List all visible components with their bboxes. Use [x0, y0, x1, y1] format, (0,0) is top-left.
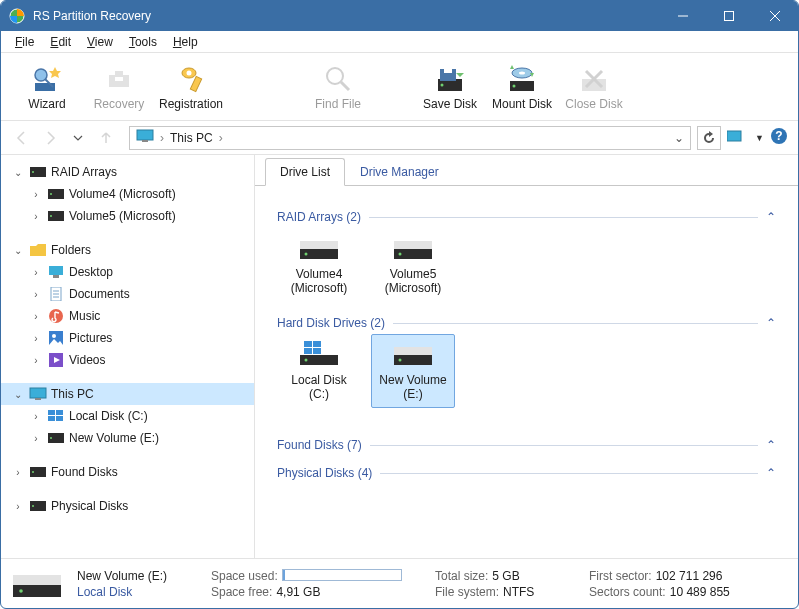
- folder-icon: [29, 244, 47, 256]
- tree-found-disks[interactable]: › Found Disks: [1, 461, 254, 483]
- help-button[interactable]: ?: [770, 127, 788, 148]
- menu-tools[interactable]: Tools: [121, 33, 165, 51]
- group-found-disks[interactable]: Found Disks (7) ⌃: [277, 438, 776, 452]
- tree-raid-vol5[interactable]: › Volume5 (Microsoft): [1, 205, 254, 227]
- tree-this-pc[interactable]: ⌄ This PC: [1, 383, 254, 405]
- mountdisk-label: Mount Disk: [492, 97, 552, 111]
- status-first-sector-label: First sector:: [589, 569, 652, 583]
- tree-label: Found Disks: [51, 465, 118, 479]
- recovery-icon: [103, 63, 135, 95]
- tab-drive-manager[interactable]: Drive Manager: [345, 158, 454, 186]
- maximize-button[interactable]: [706, 1, 752, 31]
- pc-icon: [29, 387, 47, 401]
- chevron-up-icon[interactable]: ⌃: [766, 316, 776, 330]
- item-volume5[interactable]: Volume5 (Microsoft): [371, 228, 455, 302]
- chevron-up-icon[interactable]: ⌃: [766, 210, 776, 224]
- menu-edit[interactable]: Edit: [42, 33, 79, 51]
- svg-rect-56: [48, 410, 55, 415]
- menu-help[interactable]: Help: [165, 33, 206, 51]
- savedisk-button[interactable]: Save Disk: [414, 57, 486, 117]
- tree-folders[interactable]: ⌄ Folders: [1, 239, 254, 261]
- tree-physical-disks[interactable]: › Physical Disks: [1, 495, 254, 517]
- tree-raid-arrays[interactable]: ⌄ RAID Arrays: [1, 161, 254, 183]
- close-button[interactable]: [752, 1, 798, 31]
- tree-videos[interactable]: › Videos: [1, 349, 254, 371]
- tree-documents[interactable]: › Documents: [1, 283, 254, 305]
- windows-drive-icon: [47, 410, 65, 422]
- registration-button[interactable]: Registration: [155, 57, 227, 117]
- svg-marker-22: [456, 73, 464, 77]
- tree-music[interactable]: › Music: [1, 305, 254, 327]
- expander-right-icon[interactable]: ›: [29, 211, 43, 222]
- view-mode-dropdown-icon[interactable]: ▼: [755, 133, 764, 143]
- address-dropdown-icon[interactable]: ⌄: [674, 131, 684, 145]
- group-physical-disks[interactable]: Physical Disks (4) ⌃: [277, 466, 776, 480]
- registration-label: Registration: [159, 97, 223, 111]
- menu-view[interactable]: View: [79, 33, 121, 51]
- svg-line-17: [341, 82, 349, 90]
- svg-rect-32: [137, 130, 153, 140]
- expander-right-icon[interactable]: ›: [29, 311, 43, 322]
- tree-label: Folders: [51, 243, 91, 257]
- mountdisk-button[interactable]: Mount Disk: [486, 57, 558, 117]
- expander-right-icon[interactable]: ›: [11, 467, 25, 478]
- tabs: Drive List Drive Manager: [255, 157, 798, 186]
- tree-label: This PC: [51, 387, 94, 401]
- tree-desktop[interactable]: › Desktop: [1, 261, 254, 283]
- svg-rect-12: [115, 77, 123, 81]
- expander-right-icon[interactable]: ›: [29, 355, 43, 366]
- nav-up-button: [95, 127, 117, 149]
- expander-right-icon[interactable]: ›: [11, 501, 25, 512]
- item-local-disk-c[interactable]: Local Disk (C:): [277, 334, 361, 408]
- sidebar-tree[interactable]: ⌄ RAID Arrays › Volume4 (Microsoft) › Vo…: [1, 155, 255, 558]
- windows-drive-icon: [298, 341, 340, 369]
- group-label: Found Disks (7): [277, 438, 362, 452]
- view-mode-button[interactable]: [727, 129, 749, 146]
- minimize-button[interactable]: [660, 1, 706, 31]
- svg-point-24: [513, 84, 516, 87]
- group-hard-disk-drives[interactable]: Hard Disk Drives (2) ⌃: [277, 316, 776, 330]
- pc-icon: [136, 129, 154, 146]
- group-label: Hard Disk Drives (2): [277, 316, 385, 330]
- item-volume4[interactable]: Volume4 (Microsoft): [277, 228, 361, 302]
- tab-drive-list[interactable]: Drive List: [265, 158, 345, 186]
- svg-rect-33: [142, 140, 148, 142]
- status-filesystem-value: NTFS: [503, 585, 534, 599]
- expander-right-icon[interactable]: ›: [29, 333, 43, 344]
- group-raid-arrays[interactable]: RAID Arrays (2) ⌃: [277, 210, 776, 224]
- address-bar[interactable]: › This PC › ⌄: [129, 126, 691, 150]
- menu-file[interactable]: File: [7, 33, 42, 51]
- expander-right-icon[interactable]: ›: [29, 433, 43, 444]
- drive-icon: [29, 467, 47, 477]
- expander-right-icon[interactable]: ›: [29, 289, 43, 300]
- tree-label: Volume4 (Microsoft): [69, 187, 176, 201]
- wizard-button[interactable]: Wizard: [11, 57, 83, 117]
- item-name: Local Disk (C:): [280, 373, 358, 401]
- tree-local-disk-c[interactable]: › Local Disk (C:): [1, 405, 254, 427]
- item-name: Volume4: [296, 267, 343, 281]
- expander-down-icon[interactable]: ⌄: [11, 245, 25, 256]
- tree-pictures[interactable]: › Pictures: [1, 327, 254, 349]
- group-label: RAID Arrays (2): [277, 210, 361, 224]
- svg-rect-54: [30, 388, 46, 398]
- tree-new-volume-e[interactable]: › New Volume (E:): [1, 427, 254, 449]
- tree-raid-vol4[interactable]: › Volume4 (Microsoft): [1, 183, 254, 205]
- expander-down-icon[interactable]: ⌄: [11, 167, 25, 178]
- registration-icon: [175, 63, 207, 95]
- status-space-free-label: Space free:: [211, 585, 272, 599]
- tree-label: Videos: [69, 353, 105, 367]
- chevron-up-icon[interactable]: ⌃: [766, 466, 776, 480]
- chevron-up-icon[interactable]: ⌃: [766, 438, 776, 452]
- status-volume-name: New Volume (E:): [77, 569, 197, 583]
- expander-right-icon[interactable]: ›: [29, 189, 43, 200]
- svg-point-80: [399, 359, 402, 362]
- svg-point-73: [305, 359, 308, 362]
- nav-history-dropdown[interactable]: [67, 127, 89, 149]
- item-new-volume-e[interactable]: New Volume (E:): [371, 334, 455, 408]
- expander-right-icon[interactable]: ›: [29, 411, 43, 422]
- refresh-button[interactable]: [697, 126, 721, 150]
- expander-down-icon[interactable]: ⌄: [11, 389, 25, 400]
- expander-right-icon[interactable]: ›: [29, 267, 43, 278]
- svg-point-65: [32, 505, 34, 507]
- music-icon: [47, 309, 65, 323]
